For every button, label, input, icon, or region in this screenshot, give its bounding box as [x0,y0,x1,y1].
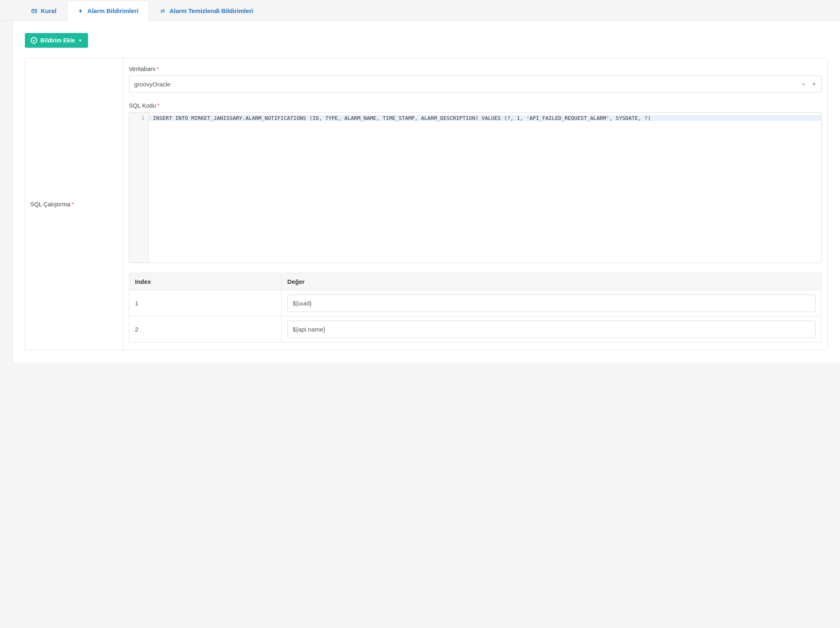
sql-code-editor[interactable]: 1 INSERT INTO MIRKET_JANISSARY.ALARM_NOT… [129,112,822,263]
required-marker: * [157,66,159,72]
chevron-down-icon[interactable]: ▼ [809,82,816,86]
swap-icon [159,8,166,14]
tab-alarm-notifications[interactable]: Alarm Bildirimleri [67,0,149,21]
col-index-header: Index [129,273,282,290]
table-row: 1 [129,290,822,316]
form-side-label: SQL Çalıştırma* [25,58,123,350]
database-label: Veritabanı* [129,66,822,72]
tabs-nav: Kural Alarm Bildirimleri Alarm Temizlend… [20,0,828,20]
svg-point-1 [33,10,34,11]
sql-code-label: SQL Kodu* [129,102,822,109]
table-row: 2 [129,316,822,343]
required-marker: * [157,102,159,109]
code-line: INSERT INTO MIRKET_JANISSARY.ALARM_NOTIF… [149,115,821,121]
plus-icon: + [31,37,37,44]
param-index: 2 [129,316,282,343]
parameters-table: Index Değer 1 2 [129,273,822,343]
add-button-label: Bildirim Ekle [40,37,75,44]
tab-label: Kural [41,7,56,14]
database-select[interactable]: groovyOracle × ▼ [129,75,822,93]
tab-label: Alarm Bildirimleri [87,7,138,14]
svg-rect-0 [32,9,37,13]
line-number: 1 [135,115,144,121]
notification-form: SQL Çalıştırma* Veritabanı* groovyOracle… [25,58,828,350]
caret-down-icon: ▼ [78,38,82,43]
tab-rule[interactable]: Kural [20,0,67,21]
clear-icon[interactable]: × [798,81,809,88]
database-select-value: groovyOracle [134,81,798,88]
tab-label: Alarm Temizlendi Bildirimleri [169,7,253,14]
code-gutter: 1 [129,113,149,263]
bolt-icon [77,8,84,14]
id-card-icon [31,8,38,14]
param-value-input[interactable] [287,294,816,312]
tab-alarm-cleared-notifications[interactable]: Alarm Temizlendi Bildirimleri [149,0,264,21]
required-marker: * [72,201,74,208]
add-notification-button[interactable]: + Bildirim Ekle ▼ [25,33,88,48]
param-value-input[interactable] [287,321,816,338]
param-index: 1 [129,290,282,316]
col-value-header: Değer [281,273,821,290]
code-content[interactable]: INSERT INTO MIRKET_JANISSARY.ALARM_NOTIF… [149,113,821,263]
